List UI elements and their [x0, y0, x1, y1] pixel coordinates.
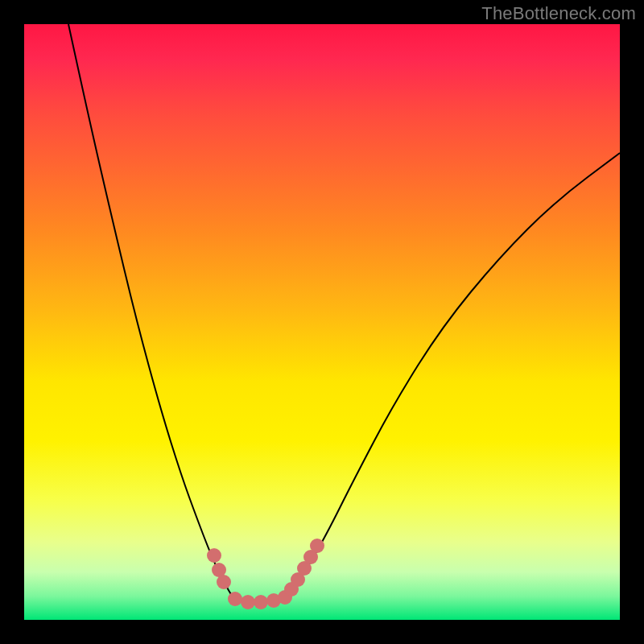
curve-marker — [310, 539, 324, 553]
chart-frame: TheBottleneck.com — [0, 0, 644, 644]
curve-marker — [207, 548, 221, 563]
curve-marker — [217, 575, 231, 589]
bottleneck-curve — [68, 24, 620, 602]
curve-marker — [228, 592, 242, 606]
marker-group — [207, 539, 324, 609]
curve-marker — [254, 595, 268, 609]
curve-layer — [24, 24, 620, 620]
watermark-text: TheBottleneck.com — [481, 3, 636, 24]
curve-marker — [241, 595, 255, 609]
plot-area — [24, 24, 620, 620]
